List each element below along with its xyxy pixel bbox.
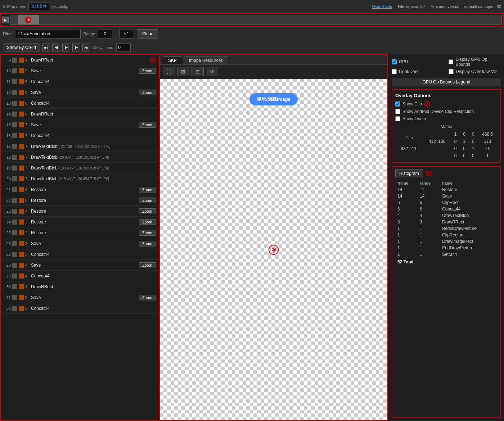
list-item[interactable]: 33DrawRRect — [395, 219, 498, 225]
table-row[interactable]: 32 5 Concat44 — [1, 303, 158, 314]
table-row[interactable]: 23 4 Restore Zoom — [1, 206, 158, 217]
nav-last-button[interactable]: ⏭ — [82, 44, 90, 51]
user-guide-link[interactable]: User Guide — [372, 4, 392, 9]
zoom-button[interactable]: Zoom — [139, 262, 156, 268]
table-row[interactable]: 22 5 Restore Zoom — [1, 195, 158, 206]
table-row[interactable]: 11 5 Concat44 — [1, 76, 158, 87]
timeline-badge-1: ① — [25, 17, 31, 23]
show-android-clip-checkbox[interactable] — [395, 109, 400, 114]
zoom-button[interactable]: Zoom — [139, 219, 156, 225]
canvas-tool-fit[interactable]: ⛶ — [163, 67, 175, 76]
table-row[interactable]: 17 7 DrawTextBlob [-31 138 -7 138 135 35… — [1, 141, 158, 152]
canvas-tool-reset[interactable]: ↺ — [206, 67, 218, 76]
table-row[interactable]: 30 4 DrawRRect — [1, 281, 158, 292]
display-overdraw-viz-checkbox[interactable] — [449, 69, 454, 74]
op-lock-icon — [19, 122, 24, 127]
show-hide-image-button[interactable]: 显示/隐藏Image — [249, 93, 297, 105]
op-image-icon — [12, 295, 17, 300]
light-dark-checkbox[interactable] — [392, 69, 397, 74]
nav-prev-button[interactable]: ◀ — [52, 44, 60, 51]
file-select-button[interactable]: 选择文件 — [28, 3, 49, 10]
zoom-button[interactable]: Zoom — [139, 122, 156, 128]
zoom-button[interactable]: Zoom — [139, 90, 156, 95]
table-row[interactable]: 31 5 Save Zoom — [1, 292, 158, 303]
top-bar-left: SKP to open: 选择文件 test.mskp — [3, 3, 68, 10]
gpu-op-bounds-legend-button[interactable]: GPU Op Bounds Legend — [392, 78, 501, 86]
op-lock-icon — [19, 252, 24, 257]
list-item[interactable]: 66ClipRect — [395, 199, 498, 206]
zoom-button[interactable]: Zoom — [139, 187, 156, 193]
zoom-button[interactable]: Zoom — [139, 295, 156, 300]
op-lock-icon — [19, 133, 24, 138]
nav-next-button[interactable]: ▶ — [72, 44, 80, 51]
list-item[interactable]: 66Concat44 — [395, 206, 498, 212]
op-lock-icon — [19, 230, 24, 235]
filter-input[interactable] — [16, 29, 81, 39]
tab-image-resources[interactable]: Image Resources — [184, 56, 228, 64]
badge-3: ③ — [269, 245, 279, 255]
table-row[interactable]: 18 7 DrawTextBlob [80 864 -7 136 191 352… — [1, 152, 158, 163]
table-row[interactable]: 20 7 DrawTextBlob [215 43 -7 136 454 715… — [1, 173, 158, 184]
table-row[interactable]: 10 5 Save Zoom — [1, 65, 158, 76]
table-row[interactable]: 25 2 Restore Zoom — [1, 227, 158, 238]
table-row[interactable]: 13 6 Concat44 — [1, 98, 158, 109]
op-image-icon — [12, 198, 17, 203]
list-item[interactable]: 11BeginDrawPicture — [395, 225, 498, 232]
table-row[interactable]: 28 4 Save Zoom — [1, 260, 158, 271]
op-image-icon — [12, 101, 17, 106]
list-item[interactable]: 11SetM44 — [395, 251, 498, 258]
table-row[interactable]: 21 6 Restore Zoom — [1, 184, 158, 195]
show-by-op-id-button[interactable]: Show By Op-Id — [3, 44, 40, 51]
histogram-button[interactable]: Histogram — [395, 169, 423, 177]
zoom-button[interactable]: Zoom — [139, 230, 156, 236]
show-clip-label: Show Clip — [402, 101, 422, 107]
table-row[interactable]: 26 3 Save Zoom — [1, 238, 158, 249]
list-item[interactable]: 44DrawTextBlob — [395, 212, 498, 219]
table-row[interactable]: 14 6 DrawRRect — [1, 109, 158, 119]
table-row[interactable]: 15 7 Save Zoom — [1, 119, 158, 130]
tab-skp[interactable]: SKP — [163, 56, 182, 64]
list-item[interactable]: 11EndDrawPicture — [395, 245, 498, 251]
gpu-checkbox[interactable] — [392, 59, 397, 64]
zoom-button[interactable]: Zoom — [139, 198, 156, 203]
show-clip-checkbox[interactable] — [395, 101, 400, 107]
table-row[interactable]: 27 3 Concat44 — [1, 249, 158, 260]
list-item[interactable]: 1414Restore — [395, 186, 498, 193]
show-clip-row: Show Clip ④ — [395, 101, 498, 107]
range-end-input[interactable] — [120, 29, 134, 39]
timeline-play-button[interactable]: ▶ — [2, 17, 9, 23]
display-overdraw-viz-label: Display Overdraw Viz — [456, 69, 497, 74]
table-row[interactable]: 24 3 Restore Zoom — [1, 217, 158, 227]
timeline-track[interactable]: ① — [10, 15, 502, 25]
show-origin-row: Show Origin — [395, 116, 498, 121]
table-row[interactable]: 29 4 Concat44 — [1, 271, 158, 281]
show-origin-checkbox[interactable] — [395, 116, 400, 121]
list-item[interactable]: 11ClipRegion — [395, 232, 498, 238]
table-row[interactable]: 16 7 Concat44 — [1, 130, 158, 141]
canvas-tool-zoom-out[interactable]: ⊟ — [192, 67, 204, 76]
zoom-button[interactable]: Zoom — [139, 241, 156, 246]
op-image-icon — [12, 263, 17, 268]
nav-play-button[interactable]: ▶ — [62, 44, 70, 51]
display-gpu-op-bounds-row: Display GPU Op Bounds — [449, 57, 501, 67]
range-start-input[interactable] — [98, 29, 112, 39]
zoom-button[interactable]: Zoom — [139, 68, 156, 74]
display-overdraw-viz-row: Display Overdraw Viz — [449, 69, 501, 74]
display-gpu-op-bounds-label: Display GPU Op Bounds — [455, 57, 501, 67]
delay-input[interactable] — [116, 44, 131, 51]
timeline-bar: ▶ ① — [0, 13, 504, 27]
list-item[interactable]: 11DrawImageRect — [395, 238, 498, 245]
zoom-button[interactable]: Zoom — [139, 208, 156, 214]
top-bar-right: User Guide File version: 90 Minimum vers… — [372, 4, 501, 9]
clear-button[interactable]: Clear — [137, 29, 158, 39]
table-row[interactable]: 9 4 DrawRRect ② — [1, 55, 158, 65]
table-row[interactable]: 12 6 Save Zoom — [1, 87, 158, 98]
light-dark-row: Light/Dark — [392, 69, 444, 74]
display-gpu-op-bounds-checkbox[interactable] — [449, 59, 453, 64]
canvas-area: 显示/隐藏Image ③ — [160, 79, 387, 420]
nav-first-button[interactable]: ⏮ — [42, 44, 50, 51]
list-item[interactable]: 1414Save — [395, 193, 498, 199]
canvas-tool-zoom-in[interactable]: ⊞ — [177, 67, 189, 76]
op-image-icon — [12, 155, 17, 160]
table-row[interactable]: 19 7 DrawTextBlob [103 43 -7 136 269 918… — [1, 163, 158, 173]
